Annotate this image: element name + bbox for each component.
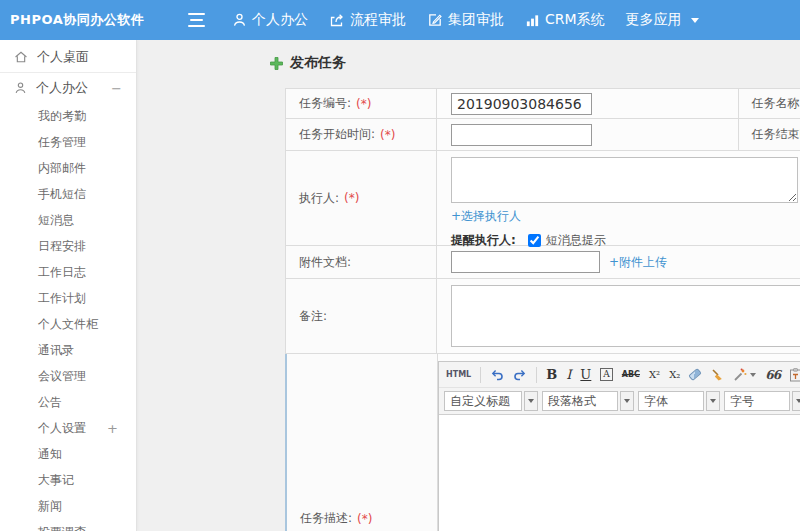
select-executor-link[interactable]: +选择执行人 <box>451 209 521 223</box>
add-icon <box>270 57 283 70</box>
undo-icon[interactable] <box>490 368 504 381</box>
superscript-button[interactable]: X² <box>649 369 660 380</box>
executor-label: 执行人: (*) <box>286 151 437 246</box>
chevron-down-icon <box>792 391 800 411</box>
editor-toolbar-row1: HTML B I U A <box>439 362 800 388</box>
paragraph-format-select[interactable]: 段落格式 <box>542 391 634 411</box>
collapse-icon[interactable]: − <box>111 82 122 95</box>
sidebar-item-meeting-management[interactable]: 会议管理 <box>0 363 136 389</box>
format-brush-icon[interactable] <box>710 368 724 382</box>
required-mark: (*) <box>344 191 359 205</box>
remark-label: 备注: <box>286 279 437 354</box>
bold-button[interactable]: B <box>546 367 557 382</box>
sidebar-item-mobile-sms[interactable]: 手机短信 <box>0 181 136 207</box>
user-icon <box>232 12 247 28</box>
required-mark: (*) <box>357 512 372 526</box>
rich-text-editor: HTML B I U A <box>438 361 800 531</box>
custom-title-select[interactable]: 自定义标题 <box>444 391 538 411</box>
sidebar-item-short-message[interactable]: 短消息 <box>0 207 136 233</box>
sidebar-item-personal-cabinet[interactable]: 个人文件柜 <box>0 311 136 337</box>
sidebar: 个人桌面 个人办公 − 我的考勤 任务管理 内部邮件 手机短信 短消息 日程安排… <box>0 40 137 531</box>
attachment-upload-link[interactable]: +附件上传 <box>609 254 667 271</box>
sidebar-item-vote-survey[interactable]: 投票调查 <box>0 519 136 531</box>
italic-button[interactable]: I <box>566 367 571 382</box>
sidebar-item-news[interactable]: 新闻 <box>0 493 136 519</box>
strikethrough-button[interactable]: ABC <box>622 370 640 379</box>
chevron-down-icon <box>691 18 699 23</box>
eraser-icon[interactable] <box>689 371 701 378</box>
underline-button[interactable]: U <box>580 367 591 382</box>
executor-textarea[interactable] <box>451 157 798 203</box>
required-mark: (*) <box>356 97 371 111</box>
app-logo: PHPOA协同办公软件 <box>10 0 144 40</box>
editor-content-area[interactable] <box>439 415 800 531</box>
task-form: 任务编号: (*) 任务名称: (*) 任务开始时间: (*) 任务结束时间: … <box>285 88 800 531</box>
home-icon <box>14 50 28 64</box>
chevron-down-icon <box>524 391 538 411</box>
sidebar-item-personal-settings[interactable]: 个人设置 + <box>0 415 136 441</box>
required-mark: (*) <box>380 128 395 142</box>
page-title: 发布任务 <box>270 54 346 72</box>
start-time-label: 任务开始时间: (*) <box>286 119 437 151</box>
magic-wand-icon[interactable] <box>733 368 756 382</box>
expand-icon[interactable]: + <box>107 422 118 435</box>
menu-icon[interactable] <box>188 13 205 27</box>
chevron-down-icon <box>706 391 720 411</box>
sidebar-item-task-management[interactable]: 任务管理 <box>0 129 136 155</box>
top-nav-menu: 个人办公 流程审批 集团审批 CRM系统 更多应用 <box>232 0 699 40</box>
nav-label: 流程审批 <box>350 11 406 29</box>
sidebar-item-personal-desktop[interactable]: 个人桌面 <box>0 42 136 72</box>
nav-label: CRM系统 <box>545 11 605 29</box>
html-source-button[interactable]: HTML <box>446 370 471 379</box>
user-icon <box>14 81 27 95</box>
sidebar-item-schedule[interactable]: 日程安排 <box>0 233 136 259</box>
blockquote-button[interactable]: 66 <box>765 368 780 382</box>
flow-approval-icon <box>329 12 345 28</box>
sidebar-item-personal-office[interactable]: 个人办公 − <box>0 73 136 103</box>
end-time-label: 任务结束时间: (*) <box>739 119 800 151</box>
nav-group-approval[interactable]: 集团审批 <box>427 11 504 29</box>
task-number-label: 任务编号: (*) <box>286 89 437 119</box>
chevron-down-icon <box>750 373 756 377</box>
sidebar-item-major-events[interactable]: 大事记 <box>0 467 136 493</box>
font-style-box-button[interactable]: A <box>600 368 613 381</box>
nav-label: 个人办公 <box>252 11 308 29</box>
attachment-input[interactable] <box>451 251 600 273</box>
sidebar-item-work-plan[interactable]: 工作计划 <box>0 285 136 311</box>
font-size-select[interactable]: 字号 <box>724 391 800 411</box>
paste-text-icon[interactable] <box>789 368 800 382</box>
sidebar-item-notice[interactable]: 通知 <box>0 441 136 467</box>
remark-textarea[interactable] <box>451 285 800 347</box>
start-time-input[interactable] <box>451 124 592 146</box>
description-label: 任务描述: (*) <box>287 354 438 531</box>
crm-chart-icon <box>525 13 540 28</box>
task-number-input[interactable] <box>451 93 592 115</box>
sidebar-item-my-attendance[interactable]: 我的考勤 <box>0 103 136 129</box>
subscript-button[interactable]: X₂ <box>669 369 680 380</box>
redo-icon[interactable] <box>513 368 527 381</box>
editor-toolbar-row2: 自定义标题 段落格式 字体 字号 <box>439 388 800 415</box>
nav-label: 更多应用 <box>626 11 682 29</box>
attachment-label: 附件文档: <box>286 246 437 279</box>
sidebar-item-work-log[interactable]: 工作日志 <box>0 259 136 285</box>
divider <box>536 367 537 383</box>
top-navigation-bar: PHPOA协同办公软件 个人办公 流程审批 集团审批 <box>0 0 800 40</box>
nav-crm-system[interactable]: CRM系统 <box>525 11 605 29</box>
divider <box>480 367 481 383</box>
sidebar-item-announcement[interactable]: 公告 <box>0 389 136 415</box>
sidebar-item-internal-mail[interactable]: 内部邮件 <box>0 155 136 181</box>
chevron-down-icon <box>620 391 634 411</box>
font-family-select[interactable]: 字体 <box>638 391 720 411</box>
sidebar-item-contacts[interactable]: 通讯录 <box>0 337 136 363</box>
nav-personal-office[interactable]: 个人办公 <box>232 11 308 29</box>
nav-label: 集团审批 <box>448 11 504 29</box>
nav-more-apps[interactable]: 更多应用 <box>626 11 699 29</box>
group-approval-icon <box>427 12 443 28</box>
task-name-label: 任务名称: (*) <box>739 89 800 119</box>
nav-flow-approval[interactable]: 流程审批 <box>329 11 406 29</box>
